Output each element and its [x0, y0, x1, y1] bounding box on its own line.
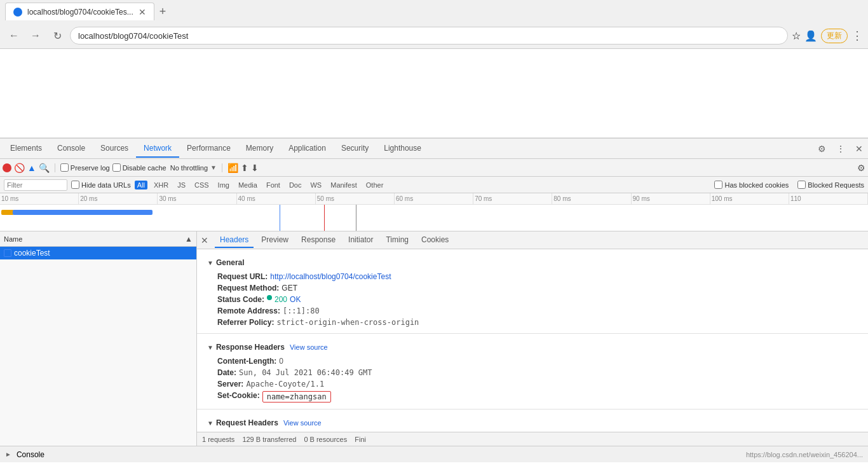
filter-input[interactable]: [4, 179, 67, 191]
request-list: Name ▲ cookieTest: [0, 231, 197, 446]
filter-doc[interactable]: Doc: [287, 181, 304, 189]
profile-icon[interactable]: 👤: [804, 30, 817, 42]
request-headers-section-header[interactable]: ▼ Request Headers View source: [207, 415, 858, 431]
reload-button[interactable]: ↻: [48, 27, 66, 45]
response-headers-view-source[interactable]: View source: [290, 343, 328, 351]
detail-tab-headers[interactable]: Headers: [215, 233, 254, 248]
filter-button[interactable]: ▲: [27, 163, 36, 173]
blocked-requests-input[interactable]: [797, 181, 806, 189]
server-key: Server:: [217, 380, 243, 389]
devtools-close-icon[interactable]: ✕: [853, 141, 865, 156]
detail-tab-initiator[interactable]: Initiator: [343, 233, 378, 248]
update-button[interactable]: 更新: [821, 29, 848, 43]
clear-button[interactable]: 🚫: [14, 163, 25, 173]
active-tab[interactable]: localhost/blog0704/cookieTes... ✕: [5, 3, 154, 20]
devtools-tab-memory[interactable]: Memory: [238, 140, 281, 158]
filter-xhr[interactable]: XHR: [151, 181, 171, 189]
request-item-name: cookieTest: [14, 249, 50, 258]
console-expand-icon[interactable]: ►: [5, 451, 11, 458]
forward-button[interactable]: →: [27, 27, 44, 44]
devtools-tab-bar: Elements Console Sources Network Perform…: [0, 139, 868, 159]
filter-img[interactable]: Img: [215, 181, 232, 189]
status-code-number: 200: [275, 295, 287, 304]
timeline-vline-red: [324, 205, 325, 231]
request-item-cookietest[interactable]: cookieTest: [0, 247, 196, 259]
detail-content: ▼ General Request URL: http://localhost/…: [197, 249, 868, 432]
no-throttling-select[interactable]: No throttling: [170, 164, 208, 172]
filter-manifest[interactable]: Manifest: [328, 181, 360, 189]
address-bar[interactable]: localhost/blog0704/cookieTest: [70, 27, 788, 45]
detail-tab-timing[interactable]: Timing: [381, 233, 414, 248]
back-button[interactable]: ←: [5, 27, 23, 44]
detail-tab-response[interactable]: Response: [296, 233, 341, 248]
devtools-tab-performance[interactable]: Performance: [179, 140, 238, 158]
detail-tab-cookies[interactable]: Cookies: [416, 233, 454, 248]
search-button[interactable]: 🔍: [39, 163, 50, 173]
download-icon[interactable]: ⬇: [251, 163, 259, 173]
has-blocked-cookies-checkbox[interactable]: Has blocked cookies: [714, 181, 789, 189]
hide-data-urls-checkbox[interactable]: Hide data URLs: [71, 181, 131, 189]
filter-js[interactable]: JS: [175, 181, 188, 189]
devtools-settings-icon[interactable]: ⚙: [815, 141, 829, 156]
filter-font[interactable]: Font: [264, 181, 283, 189]
date-value: Sun, 04 Jul 2021 06:40:49 GMT: [239, 368, 372, 377]
tick-60ms: 60 ms: [395, 193, 473, 204]
tick-80ms: 80 ms: [552, 193, 631, 204]
menu-button[interactable]: ⋮: [851, 29, 863, 43]
upload-icon[interactable]: ⬆: [241, 163, 248, 173]
detail-close-button[interactable]: ✕: [201, 235, 208, 245]
detail-tab-preview[interactable]: Preview: [256, 233, 294, 248]
filter-all[interactable]: All: [135, 181, 147, 189]
console-label[interactable]: Console: [17, 450, 44, 459]
request-url-value: http://localhost/blog0704/cookieTest: [270, 272, 391, 281]
devtools-tab-security[interactable]: Security: [334, 140, 376, 158]
devtools-tab-console[interactable]: Console: [50, 140, 93, 158]
finish-status: Fini: [355, 436, 366, 443]
status-dot-icon: [267, 295, 272, 300]
devtools-tab-lighthouse[interactable]: Lighthouse: [376, 140, 429, 158]
bookmark-icon[interactable]: ☆: [792, 30, 801, 42]
filter-css[interactable]: CSS: [192, 181, 212, 189]
hide-data-urls-input[interactable]: [71, 181, 79, 189]
address-text: localhost/blog0704/cookieTest: [78, 31, 780, 41]
request-headers-view-source[interactable]: View source: [283, 419, 322, 427]
devtools-tab-sources[interactable]: Sources: [93, 140, 136, 158]
devtools-tab-network[interactable]: Network: [136, 140, 179, 158]
network-settings-icon[interactable]: ⚙: [857, 163, 865, 173]
filter-other[interactable]: Other: [363, 181, 386, 189]
detail-tabs: ✕ Headers Preview Response Initiator Tim…: [197, 231, 868, 249]
referrer-policy-value: strict-origin-when-cross-origin: [276, 318, 419, 327]
general-section-header[interactable]: ▼ General: [207, 254, 858, 271]
devtools-tab-application[interactable]: Application: [281, 140, 334, 158]
disable-cache-input[interactable]: [112, 163, 121, 172]
disable-cache-label: Disable cache: [123, 164, 166, 172]
devtools-tab-elements[interactable]: Elements: [3, 140, 50, 158]
resources-size: 0 B resources: [304, 436, 347, 443]
remote-address-row: Remote Address: [::1]:80: [207, 305, 858, 317]
filter-ws[interactable]: WS: [308, 181, 324, 189]
set-cookie-value: name=zhangsan: [262, 391, 331, 403]
timeline-vline-gray: [356, 205, 356, 231]
devtools-toolbar-icons: ⚙ ⋮ ✕: [815, 141, 865, 156]
bottom-right-url: https://blog.csdn.net/weixin_456204...: [746, 451, 863, 458]
blocked-requests-checkbox[interactable]: Blocked Requests: [797, 181, 864, 189]
wifi-icon: 📶: [227, 163, 238, 173]
preserve-log-input[interactable]: [60, 163, 69, 172]
has-blocked-cookies-input[interactable]: [714, 181, 722, 189]
preserve-log-checkbox[interactable]: Preserve log: [60, 163, 110, 172]
throttling-arrow-icon[interactable]: ▼: [210, 164, 217, 171]
status-code-row: Status Code: 200 OK: [207, 294, 858, 305]
name-column-header: Name: [4, 235, 185, 243]
network-toolbar: 🚫 ▲ 🔍 Preserve log Disable cache No thro…: [0, 159, 868, 177]
tab-favicon: [13, 8, 22, 17]
response-headers-section: ▼ Response Headers View source Content-L…: [197, 334, 868, 409]
tab-close-button[interactable]: ✕: [139, 8, 146, 17]
filter-media[interactable]: Media: [236, 181, 260, 189]
response-headers-section-header[interactable]: ▼ Response Headers View source: [207, 339, 858, 355]
disable-cache-checkbox[interactable]: Disable cache: [112, 163, 166, 172]
new-tab-button[interactable]: +: [157, 3, 169, 21]
request-method-row: Request Method: GET: [207, 282, 858, 294]
general-section-title: General: [216, 258, 245, 267]
devtools-more-icon[interactable]: ⋮: [834, 141, 848, 156]
record-button[interactable]: [3, 163, 11, 172]
